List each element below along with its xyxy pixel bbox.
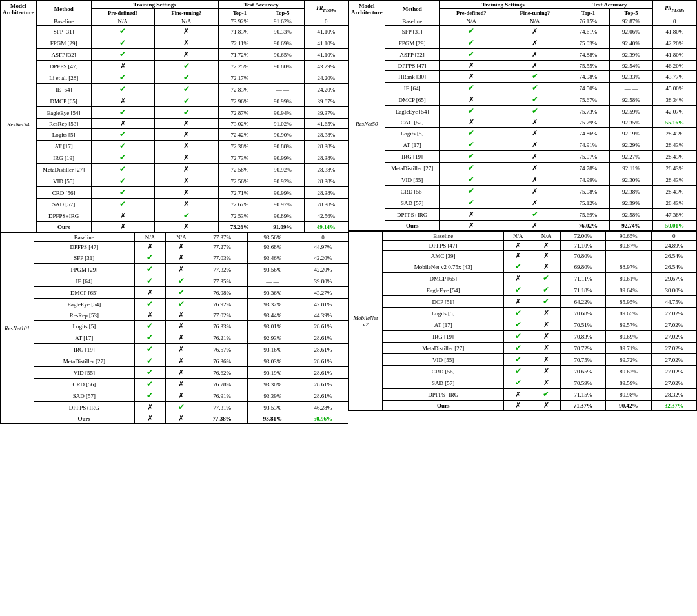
fine-tuning-cell: ✗ (155, 37, 219, 49)
top5-cell: 92.06% (610, 26, 653, 37)
pr-cell: 41.65% (304, 119, 348, 129)
data-row: DPFPS [47]✗✗75.55%92.54%46.20% (349, 61, 697, 71)
fine-tuning-cell: ✔ (532, 273, 561, 284)
top5-cell: 93.03% (247, 355, 298, 367)
fine-tuning-cell: ✔ (166, 299, 197, 310)
method-cell: Li et al. [28] (36, 72, 91, 84)
top1-cell: 72.25% (218, 61, 261, 72)
method-cell: MetaDistiller [27] (36, 164, 91, 175)
pre-defined-cell: ✔ (91, 187, 154, 199)
top5-cell: 90.97% (261, 199, 305, 210)
top1-cell: 77.03% (197, 252, 247, 264)
data-row: VID [55]✔✗76.62%93.19%28.61% (1, 367, 348, 379)
top1-cell: 71.11% (560, 273, 605, 284)
top5-cell: 92.35% (610, 117, 653, 128)
top1-cell: 73.92% (218, 17, 261, 26)
data-row: ASFP [32]✔✗71.72%90.65%41.10% (1, 49, 348, 61)
header-row: Model Architecture Method Training Setti… (1, 1, 348, 9)
data-row: DPFPS+IRG✗✔72.53%90.89%42.56% (1, 210, 348, 222)
pr-cell: 43.27% (298, 287, 348, 299)
data-row: SFP [31]✔✗74.61%92.06%41.80% (349, 26, 697, 37)
fine-tuning-cell: ✗ (503, 174, 567, 186)
top1-cell: 74.91% (567, 139, 610, 151)
fine-tuning-cell: ✗ (532, 354, 561, 366)
pr-cell: 26.54% (651, 251, 696, 261)
pr-cell: 42.20% (652, 37, 696, 49)
top1-cell: 72.00% (560, 232, 605, 241)
data-row: CRD [56]✔✗70.65%89.62%27.02% (349, 366, 697, 377)
pre-defined-cell: ✗ (91, 222, 154, 232)
top5-cell: 89.62% (606, 366, 651, 377)
top5-cell: 92.54% (610, 61, 653, 71)
fine-tuning-header: Fine-tuning? (503, 9, 567, 17)
fine-tuning-cell: ✗ (166, 252, 197, 264)
method-cell: Baseline (385, 17, 439, 26)
pr-cell: 28.61% (298, 321, 348, 332)
pre-defined-cell: N/A (134, 233, 165, 242)
fine-tuning-cell: ✗ (503, 151, 567, 163)
top5-cell: 93.56% (247, 264, 298, 275)
method-cell: DPFPS+IRG (36, 210, 91, 222)
pre-defined-cell: ✗ (439, 94, 503, 106)
pre-defined-cell: ✗ (504, 241, 532, 251)
top1-cell: 76.78% (197, 379, 247, 390)
method-cell: FPGM [29] (36, 37, 91, 49)
pr-cell: 28.61% (298, 367, 348, 379)
data-row: Logits [5]✔✗70.68%89.65%27.02% (349, 308, 697, 319)
method-cell: AT [17] (36, 141, 91, 152)
top5-cell: 90.88% (261, 141, 305, 152)
fine-tuning-cell: ✗ (503, 61, 567, 71)
data-row: DPFPS+IRG✗✔71.15%89.98%28.32% (349, 389, 697, 401)
pre-defined-cell: ✗ (504, 296, 532, 308)
top1-cell: 71.37% (560, 401, 605, 411)
top5-cell: 90.69% (261, 37, 305, 49)
pr-cell: 29.67% (651, 273, 696, 284)
method-cell: Baseline (383, 232, 504, 241)
top5-cell: 91.62% (261, 17, 305, 26)
top5-cell: 89.71% (606, 343, 651, 354)
top1-cell: 76.36% (197, 355, 247, 367)
method-cell: VID [55] (383, 354, 504, 366)
top1-cell: 71.18% (560, 284, 605, 296)
pr-cell: 39.37% (304, 107, 348, 119)
data-row: DMCP [65]✗✔75.67%92.58%38.34% (349, 94, 697, 106)
data-row: SAD [57]✔✗75.12%92.39%28.43% (349, 197, 697, 209)
header-row: Model Architecture Method Training Setti… (349, 1, 697, 9)
fine-tuning-cell: ✔ (532, 389, 561, 401)
data-row: VID [55]✔✗70.75%89.72%27.02% (349, 354, 697, 366)
method-cell: CRD [56] (34, 379, 135, 390)
pr-cell: 45.00% (652, 83, 696, 94)
method-cell: ResRep [53] (34, 310, 135, 321)
top1-cell: 75.67% (567, 94, 610, 106)
top5-cell: 92.40% (610, 37, 653, 49)
top5-cell: 90.80% (261, 61, 305, 72)
pr-cell: 47.38% (652, 209, 696, 221)
training-settings-header: Training Settings (439, 1, 567, 9)
method-cell: DPFPS+IRG (383, 389, 504, 401)
top1-cell: 76.02% (567, 221, 610, 231)
top5-cell: 93.56% (247, 233, 298, 242)
pr-cell: 42.20% (298, 264, 348, 275)
pre-defined-cell: ✔ (504, 284, 532, 296)
pre-defined-cell: ✔ (439, 186, 503, 197)
pr-cell: 26.54% (651, 261, 696, 273)
method-cell: EagleEye [54] (385, 106, 439, 117)
top1-cell: 72.96% (218, 95, 261, 107)
top5-cell: 93.44% (247, 310, 298, 321)
model-arch-cell: ResNet101 (1, 233, 34, 424)
fine-tuning-cell: N/A (503, 17, 567, 26)
data-row: EagleEye [54]✔✔72.87%90.94%39.37% (1, 107, 348, 119)
top5-cell: 89.87% (606, 241, 651, 251)
pr-cell: 28.43% (652, 128, 696, 139)
top5-cell: — — (261, 72, 305, 84)
data-row: DMCP [65]✗✔71.11%89.61%29.67% (349, 273, 697, 284)
fine-tuning-cell: ✗ (503, 221, 567, 231)
fine-tuning-cell: ✗ (503, 128, 567, 139)
top1-cell: 70.68% (560, 308, 605, 319)
top5-cell: 93.68% (247, 242, 298, 252)
method-cell: Logits [5] (34, 321, 135, 332)
top1-cell: 72.38% (218, 141, 261, 152)
pre-defined-cell: ✗ (439, 61, 503, 71)
top5-cell: 93.19% (247, 367, 298, 379)
data-row: SFP [31]✔✗71.83%90.33%41.10% (1, 26, 348, 37)
